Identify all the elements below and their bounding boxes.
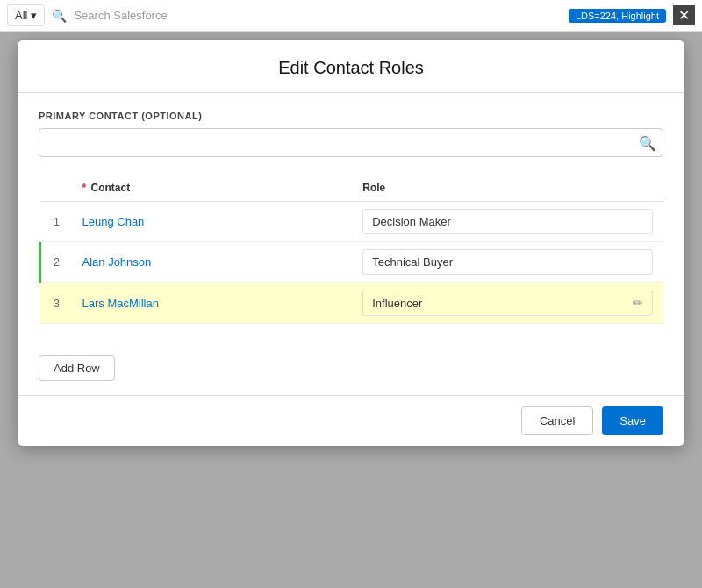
add-row-button[interactable]: Add Row [39, 355, 115, 381]
row-number: 3 [40, 283, 72, 324]
all-dropdown[interactable]: All ▾ [7, 4, 45, 26]
role-field: Decision Maker [362, 209, 653, 234]
primary-contact-search-container: 🔍 [39, 128, 663, 157]
contact-cell: Lars MacMillan [72, 283, 353, 324]
top-bar: All ▾ 🔍 Search Salesforce LDS=224, Highl… [0, 0, 702, 32]
primary-contact-search-input[interactable] [39, 128, 663, 157]
primary-contact-label: PRIMARY CONTACT (OPTIONAL) [39, 111, 663, 121]
table-row: 3Lars MacMillanInfluencer✏ [40, 283, 664, 324]
col-header-num [40, 175, 72, 202]
role-cell: Decision Maker [352, 202, 663, 242]
table-header-row: Contact Role [40, 175, 664, 202]
edit-icon[interactable]: ✏ [633, 296, 643, 310]
row-number: 2 [40, 242, 72, 283]
primary-contact-section: PRIMARY CONTACT (OPTIONAL) 🔍 [39, 111, 663, 157]
role-field: Technical Buyer [362, 249, 653, 275]
edit-contact-roles-modal: Edit Contact Roles PRIMARY CONTACT (OPTI… [18, 40, 684, 446]
col-header-role: Role [352, 175, 663, 202]
search-icon-topbar: 🔍 [52, 9, 67, 23]
table-row: 1Leung ChanDecision Maker [40, 202, 664, 242]
search-magnifier-icon: 🔍 [639, 135, 656, 150]
contact-cell: Alan Johnson [72, 242, 353, 283]
contact-link[interactable]: Leung Chan [82, 215, 145, 228]
col-header-contact: Contact [72, 175, 353, 202]
table-row: 2Alan JohnsonTechnical Buyer [40, 242, 664, 283]
cancel-button[interactable]: Cancel [521, 406, 593, 435]
modal-body: PRIMARY CONTACT (OPTIONAL) 🔍 Contact [18, 93, 684, 341]
primary-contact-search-button[interactable]: 🔍 [639, 134, 656, 151]
all-label: All [15, 9, 27, 22]
modal-header: Edit Contact Roles [18, 40, 684, 93]
top-bar-close-button[interactable]: ✕ [673, 5, 695, 25]
contact-link[interactable]: Lars MacMillan [82, 297, 159, 310]
role-field-highlighted: Influencer✏ [362, 290, 653, 316]
top-bar-badge: LDS=224, Highlight [569, 9, 666, 23]
row-number: 1 [40, 202, 72, 242]
search-placeholder: Search Salesforce [74, 9, 561, 22]
modal-overlay: Edit Contact Roles PRIMARY CONTACT (OPTI… [0, 32, 702, 588]
contact-cell: Leung Chan [72, 202, 353, 242]
contact-link[interactable]: Alan Johnson [82, 255, 152, 269]
modal-title: Edit Contact Roles [39, 58, 663, 78]
save-button[interactable]: Save [602, 406, 663, 435]
role-text: Influencer [372, 297, 422, 310]
contact-roles-table: Contact Role 1Leung ChanDecision Maker2A… [39, 175, 663, 324]
modal-footer: Cancel Save [18, 395, 684, 446]
role-cell: Technical Buyer [352, 242, 663, 283]
add-row-section: Add Row [18, 341, 684, 395]
dropdown-arrow-icon: ▾ [31, 9, 37, 22]
role-cell: Influencer✏ [352, 283, 663, 324]
